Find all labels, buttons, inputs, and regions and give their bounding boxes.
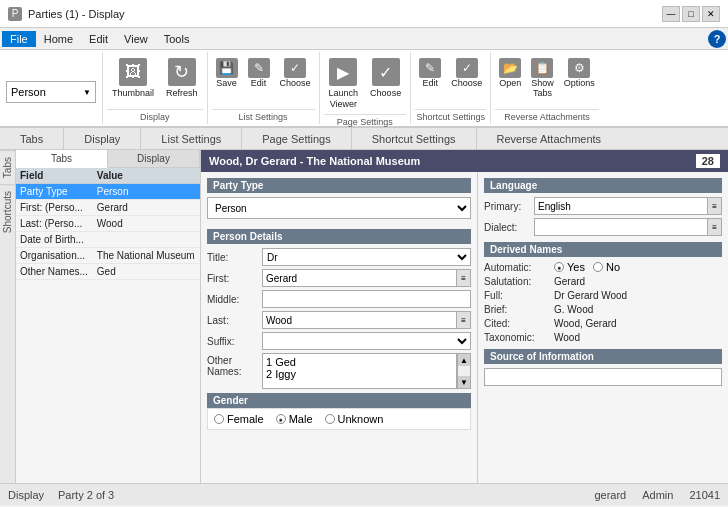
- tab-section-shortcut-settings[interactable]: Shortcut Settings: [352, 128, 477, 149]
- primary-arrow[interactable]: ≡: [708, 197, 722, 215]
- gender-unknown-radio[interactable]: [325, 414, 335, 424]
- choose2-icon: ✓: [372, 58, 400, 86]
- title-label: Title:: [207, 252, 262, 263]
- other-names-row: Other Names: 1 Ged 2 Iggy ▲ ▼: [207, 353, 471, 389]
- full-label: Full:: [484, 290, 554, 301]
- table-row[interactable]: Party TypePerson: [16, 184, 200, 200]
- suffix-select[interactable]: [262, 332, 471, 350]
- middle-row: Middle:: [207, 290, 471, 308]
- auto-yes-radio[interactable]: [554, 262, 564, 272]
- title-select[interactable]: Dr: [262, 248, 471, 266]
- ribbon-edit-button[interactable]: ✎ Edit: [244, 56, 274, 90]
- gender-unknown-option[interactable]: Unknown: [325, 413, 384, 425]
- menu-view[interactable]: View: [116, 31, 156, 47]
- title-bar: P Parties (1) - Display — □ ✕: [0, 0, 728, 28]
- table-row[interactable]: Date of Birth...: [16, 232, 200, 248]
- scrollbar-up-button[interactable]: ▲: [458, 354, 470, 366]
- table-cell-field: First: (Perso...: [16, 200, 93, 216]
- open-label: Open: [499, 78, 521, 88]
- gender-male-option[interactable]: Male: [276, 413, 313, 425]
- middle-input[interactable]: [262, 290, 471, 308]
- scrollbar-down-button[interactable]: ▼: [458, 376, 470, 388]
- minimize-button[interactable]: —: [662, 6, 680, 22]
- choose-icon: ✓: [284, 58, 306, 78]
- brief-label: Brief:: [484, 304, 554, 315]
- first-input[interactable]: [262, 269, 457, 287]
- table-row[interactable]: Other Names...Ged: [16, 264, 200, 280]
- options-button[interactable]: ⚙ Options: [560, 56, 599, 90]
- tab-strip: Tabs Display List Settings Page Settings…: [0, 128, 728, 150]
- launch-viewer-button[interactable]: ▶ Launch Viewer: [324, 54, 364, 112]
- menu-tools[interactable]: Tools: [156, 31, 198, 47]
- help-button[interactable]: ?: [708, 30, 726, 48]
- tab-section-tabs[interactable]: Tabs: [0, 128, 64, 149]
- edit2-button[interactable]: ✎ Edit: [415, 56, 445, 90]
- table-row[interactable]: Last: (Perso...Wood: [16, 216, 200, 232]
- launch-icon: ▶: [329, 58, 357, 86]
- last-arrow-btn[interactable]: ≡: [457, 311, 471, 329]
- auto-no-radio[interactable]: [593, 262, 603, 272]
- ribbon-display-label: Display: [107, 109, 203, 122]
- source-input[interactable]: [484, 368, 722, 386]
- tab-section-list-settings[interactable]: List Settings: [141, 128, 242, 149]
- save-label: Save: [216, 78, 237, 88]
- col-header-field: Field: [16, 168, 93, 184]
- dialect-arrow[interactable]: ≡: [708, 218, 722, 236]
- ribbon-list-label: List Settings: [212, 109, 315, 122]
- refresh-button[interactable]: ↻ Refresh: [161, 54, 203, 101]
- menu-edit[interactable]: Edit: [81, 31, 116, 47]
- status-role: Admin: [642, 489, 673, 501]
- gender-female-radio[interactable]: [214, 414, 224, 424]
- taxonomic-value: Wood: [554, 332, 722, 343]
- open-icon: 📂: [499, 58, 521, 78]
- menu-file[interactable]: File: [2, 31, 36, 47]
- menu-home[interactable]: Home: [36, 31, 81, 47]
- show-tabs-button[interactable]: 📋 Show Tabs: [527, 56, 558, 100]
- ribbon-reverse-buttons: 📂 Open 📋 Show Tabs ⚙ Options: [495, 54, 599, 109]
- first-arrow-btn[interactable]: ≡: [457, 269, 471, 287]
- choose2-button[interactable]: ✓ Choose: [365, 54, 406, 101]
- left-tab-display[interactable]: Display: [108, 150, 200, 168]
- form-area: Party Type Person Person Details Title: …: [201, 172, 728, 483]
- left-tab-tabs[interactable]: Tabs: [16, 150, 108, 168]
- refresh-label: Refresh: [166, 88, 198, 99]
- close-button[interactable]: ✕: [702, 6, 720, 22]
- gender-male-label: Male: [289, 413, 313, 425]
- main-area: Tabs Shortcuts Tabs Display Field Value …: [0, 150, 728, 483]
- table-row[interactable]: Organisation...The National Museum: [16, 248, 200, 264]
- table-cell-value: The National Museum: [93, 248, 200, 264]
- maximize-button[interactable]: □: [682, 6, 700, 22]
- tab-section-reverse-attachments[interactable]: Reverse Attachments: [477, 128, 622, 149]
- status-mode: Display: [8, 489, 44, 501]
- choose3-button[interactable]: ✓ Choose: [447, 56, 486, 90]
- ribbon-display-buttons: 🖼 Thumbnail ↻ Refresh: [107, 54, 203, 109]
- gender-row: Female Male Unknown: [207, 408, 471, 430]
- tab-section-display[interactable]: Display: [64, 128, 141, 149]
- table-cell-value: Gerard: [93, 200, 200, 216]
- last-row: Last: ≡: [207, 311, 471, 329]
- table-row[interactable]: First: (Perso...Gerard: [16, 200, 200, 216]
- primary-input[interactable]: [534, 197, 708, 215]
- open-button[interactable]: 📂 Open: [495, 56, 525, 90]
- table-cell-value: Wood: [93, 216, 200, 232]
- gender-female-option[interactable]: Female: [214, 413, 264, 425]
- status-user: gerard: [594, 489, 626, 501]
- show-tabs-icon: 📋: [531, 58, 553, 78]
- thumbnail-button[interactable]: 🖼 Thumbnail: [107, 54, 159, 101]
- auto-no-option[interactable]: No: [593, 261, 620, 273]
- save-button[interactable]: 💾 Save: [212, 56, 242, 90]
- ribbon-shortcut-buttons: ✎ Edit ✓ Choose: [415, 54, 486, 109]
- gender-male-radio[interactable]: [276, 414, 286, 424]
- party-type-select[interactable]: Person: [207, 197, 471, 219]
- automatic-label: Automatic:: [484, 262, 554, 273]
- person-dropdown-container[interactable]: Person ▼: [6, 81, 96, 103]
- table-cell-field: Organisation...: [16, 248, 93, 264]
- ribbon-list-buttons: 💾 Save ✎ Edit ✓ Choose: [212, 54, 315, 109]
- party-type-header: Party Type: [207, 178, 471, 193]
- tab-section-page-settings[interactable]: Page Settings: [242, 128, 352, 149]
- last-input[interactable]: [262, 311, 457, 329]
- choose-button[interactable]: ✓ Choose: [276, 56, 315, 90]
- ribbon-group-person: Person ▼: [0, 52, 103, 124]
- auto-yes-option[interactable]: Yes: [554, 261, 585, 273]
- dialect-input[interactable]: [534, 218, 708, 236]
